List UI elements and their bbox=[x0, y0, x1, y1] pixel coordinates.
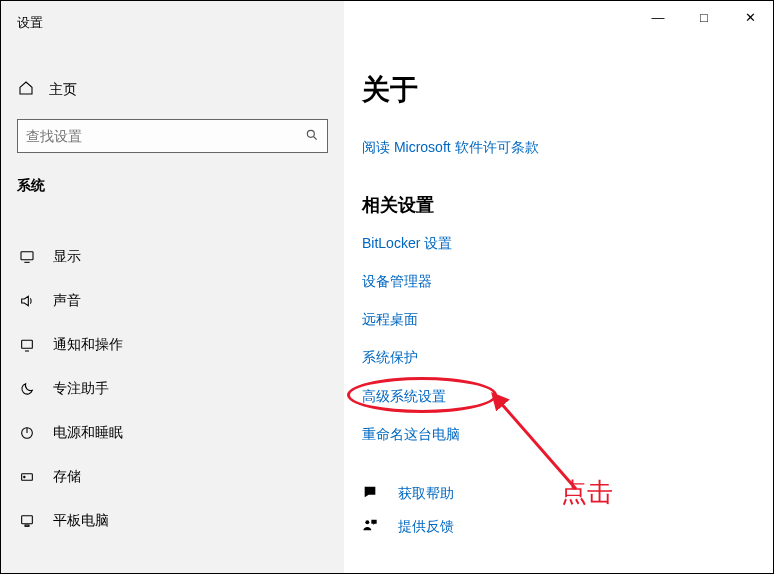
sidebar-item-storage[interactable]: 存储 bbox=[1, 455, 344, 499]
svg-point-0 bbox=[307, 130, 314, 137]
svg-rect-4 bbox=[22, 340, 33, 348]
bitlocker-link[interactable]: BitLocker 设置 bbox=[362, 235, 773, 253]
power-icon bbox=[17, 425, 37, 441]
svg-rect-2 bbox=[21, 252, 33, 260]
person-chat-icon bbox=[362, 517, 380, 536]
monitor-icon bbox=[17, 249, 37, 265]
sidebar-item-display[interactable]: 显示 bbox=[1, 235, 344, 279]
category-label: 系统 bbox=[1, 167, 344, 209]
svg-rect-10 bbox=[25, 525, 29, 526]
home-icon bbox=[17, 80, 35, 99]
sidebar-item-label: 平板电脑 bbox=[53, 512, 109, 530]
sidebar-item-sound[interactable]: 声音 bbox=[1, 279, 344, 323]
sidebar-item-label: 存储 bbox=[53, 468, 81, 486]
tablet-icon bbox=[17, 513, 37, 529]
sidebar-item-power[interactable]: 电源和睡眠 bbox=[1, 411, 344, 455]
main-content: — □ ✕ 关于 阅读 Microsoft 软件许可条款 相关设置 BitLoc… bbox=[344, 1, 773, 573]
feedback-label: 提供反馈 bbox=[398, 518, 454, 536]
svg-rect-9 bbox=[22, 516, 33, 524]
notification-icon bbox=[17, 337, 37, 353]
chat-icon bbox=[362, 484, 380, 503]
window-title: 设置 bbox=[1, 1, 344, 40]
search-icon bbox=[305, 128, 319, 145]
sidebar-item-label: 声音 bbox=[53, 292, 81, 310]
sidebar-item-tablet[interactable]: 平板电脑 bbox=[1, 499, 344, 543]
svg-point-8 bbox=[24, 476, 25, 477]
sidebar-item-label: 显示 bbox=[53, 248, 81, 266]
sidebar: 设置 主页 系统 显示 声 bbox=[1, 1, 344, 573]
storage-icon bbox=[17, 469, 37, 485]
sidebar-item-label: 专注助手 bbox=[53, 380, 109, 398]
sidebar-item-focus[interactable]: 专注助手 bbox=[1, 367, 344, 411]
get-help-link[interactable]: 获取帮助 bbox=[362, 484, 773, 503]
feedback-link[interactable]: 提供反馈 bbox=[362, 517, 773, 536]
speaker-icon bbox=[17, 293, 37, 309]
moon-icon bbox=[17, 381, 37, 397]
device-manager-link[interactable]: 设备管理器 bbox=[362, 273, 773, 291]
search-input[interactable] bbox=[26, 128, 305, 144]
svg-point-11 bbox=[365, 520, 369, 524]
related-settings-heading: 相关设置 bbox=[362, 193, 773, 217]
svg-line-1 bbox=[314, 136, 317, 139]
remote-desktop-link[interactable]: 远程桌面 bbox=[362, 311, 773, 329]
home-label: 主页 bbox=[49, 81, 77, 99]
maximize-button[interactable]: □ bbox=[681, 1, 727, 33]
advanced-system-settings-link[interactable]: 高级系统设置 bbox=[362, 388, 446, 406]
sidebar-item-label: 电源和睡眠 bbox=[53, 424, 123, 442]
window-controls: — □ ✕ bbox=[635, 1, 773, 33]
sidebar-item-label: 通知和操作 bbox=[53, 336, 123, 354]
system-protection-link[interactable]: 系统保护 bbox=[362, 349, 773, 367]
page-title: 关于 bbox=[362, 71, 773, 109]
close-button[interactable]: ✕ bbox=[727, 1, 773, 33]
minimize-button[interactable]: — bbox=[635, 1, 681, 33]
license-link[interactable]: 阅读 Microsoft 软件许可条款 bbox=[362, 139, 773, 157]
sidebar-item-notifications[interactable]: 通知和操作 bbox=[1, 323, 344, 367]
home-nav[interactable]: 主页 bbox=[1, 70, 344, 109]
search-box[interactable] bbox=[17, 119, 328, 153]
rename-pc-link[interactable]: 重命名这台电脑 bbox=[362, 426, 773, 444]
get-help-label: 获取帮助 bbox=[398, 485, 454, 503]
